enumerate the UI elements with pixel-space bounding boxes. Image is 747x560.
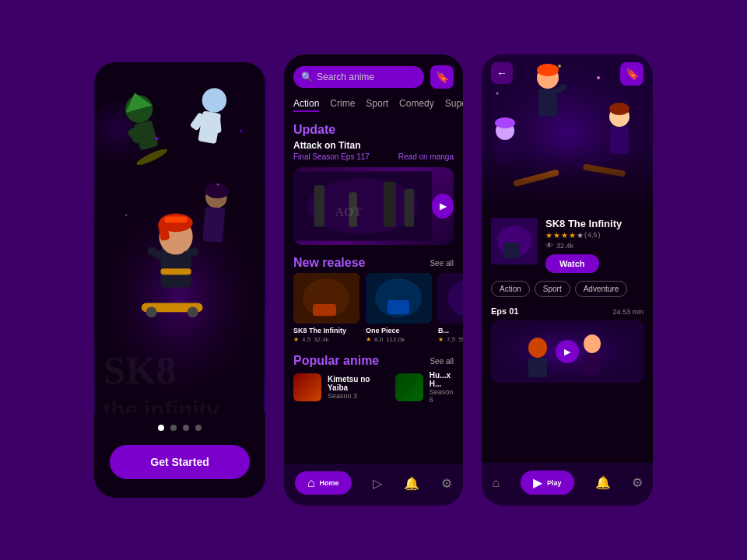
popular-card-2[interactable]: Hu...x H... Season 6 [395,371,454,404]
detail-content: SK8 The Infinity ★ ★ ★ ★ ★ ( 4,5 ) 👁 32.… [482,210,653,463]
read-manga-link[interactable]: Read on manga [398,152,454,161]
release-card-3[interactable]: B... ★ 7,5 55k [438,273,463,343]
svg-point-30 [125,215,127,216]
rating-value: ( [584,231,587,240]
episode-thumbnail[interactable]: ▶ [491,320,644,383]
popular-anime-row: Kimetsu no Yaiba Season 3 Hu...x H... Se… [284,371,463,404]
popular-label: Popular anime [293,354,379,368]
settings-icon-3: ⚙ [632,475,643,490]
views-2: 112,0k [386,336,405,343]
popular-card-1[interactable]: Kimetsu no Yaiba Season 3 [293,371,377,404]
svg-rect-69 [503,243,519,258]
tab-super[interactable]: Super [445,98,463,112]
release-meta-1: ★ 4,5 32.4k [293,336,359,343]
home-label: Home [320,479,339,487]
play-nav-active: ▶ Play [521,471,574,495]
back-button[interactable]: ← [491,62,513,84]
tag-action[interactable]: Action [491,281,530,297]
svg-rect-17 [160,268,191,275]
nav-settings-3[interactable]: ⚙ [632,475,643,490]
update-section-label: Update [284,118,463,140]
nav-play-3[interactable]: ▶ Play [521,471,574,495]
tab-crime[interactable]: Crime [330,98,355,112]
svg-point-28 [156,137,159,140]
nav-settings[interactable]: ⚙ [441,476,452,491]
search-bar[interactable]: 🔍 [293,66,424,88]
svg-point-74 [584,334,601,353]
hero-banner[interactable]: AOT ▶ [293,167,454,245]
star-5: ★ [577,231,584,240]
detail-nav-row: ← 🔖 [482,62,653,86]
release-thumb-1 [293,273,359,324]
dot-4[interactable] [195,425,202,431]
tab-sport[interactable]: Sport [366,98,388,112]
episode-label: Eps 01 [491,306,518,316]
search-input[interactable] [317,72,415,82]
see-all-releases[interactable]: See all [430,259,454,268]
nav-play[interactable]: ▷ [373,476,382,491]
dot-1[interactable] [158,425,164,431]
rating-1: 4,5 [302,336,310,343]
svg-rect-42 [313,304,336,316]
stars-row: ★ ★ ★ ★ ★ ( 4,5 ) [545,231,644,240]
views-count: 32.4k [556,242,573,250]
bell-icon-3: 🔔 [595,475,611,490]
pagination-dots [94,414,265,439]
star-icon-2: ★ [366,336,371,343]
play-label-3: Play [547,479,562,487]
release-card-2[interactable]: One Piece ★ 8,0 112,0k [366,273,432,343]
episode-play-button[interactable]: ▶ [556,340,579,363]
svg-rect-24 [202,207,225,243]
tab-action[interactable]: Action [293,98,319,112]
update-episode: Final Season Eps 117 [293,152,370,161]
release-title-1: SK8 The Infinity [293,327,359,334]
card3-artwork [438,273,463,324]
bottom-nav-3: ⌂ ▶ Play 🔔 ⚙ [482,463,653,506]
release-meta-3: ★ 7,5 55k [438,336,463,343]
star-2: ★ [553,231,560,240]
bookmark-button[interactable]: 🔖 [430,65,454,89]
star-3: ★ [561,231,568,240]
rating-2: 8,0 [374,336,383,343]
episode-section: Eps 01 24.53 min [482,303,653,387]
nav-bell-3[interactable]: 🔔 [595,475,611,490]
release-title-2: One Piece [366,327,432,334]
dot-3[interactable] [183,425,189,431]
episode-duration: 24.53 min [612,308,644,316]
svg-text:SK8: SK8 [103,348,177,392]
search-bar-area: 🔍 🔖 [284,54,463,95]
nav-home-3[interactable]: ⌂ [492,476,500,490]
phone-1: SK8 the infinity Get Started [94,62,265,498]
svg-rect-73 [528,358,547,377]
get-started-button[interactable]: Get Started [110,445,250,479]
dot-2[interactable] [170,425,177,431]
svg-point-22 [188,306,198,317]
views-row: 👁 32.4k [545,241,644,250]
detail-info: SK8 The Infinity ★ ★ ★ ★ ★ ( 4,5 ) 👁 32.… [482,210,653,281]
svg-text:AOT: AOT [335,205,362,219]
nav-notifications[interactable]: 🔔 [404,476,419,491]
views-1: 32.4k [314,336,329,343]
phone-3: ← 🔖 SK8 The Infinity ★ ★ ★ ★ [482,54,653,506]
svg-rect-37 [405,189,414,227]
detail-hero: ← 🔖 [482,54,653,210]
tab-comedy[interactable]: Comedy [399,98,434,112]
svg-rect-34 [314,185,324,226]
settings-icon: ⚙ [441,476,452,491]
svg-rect-36 [384,182,396,227]
release-thumb-2 [366,273,432,324]
play-icon: ▷ [373,476,382,491]
popular-header: Popular anime See all [284,349,463,371]
watch-button[interactable]: Watch [545,254,599,273]
tag-sport[interactable]: Sport [535,281,570,297]
nav-home[interactable]: ⌂ Home [295,471,352,495]
see-all-popular[interactable]: See all [430,357,454,366]
release-thumb-3 [438,273,463,324]
release-meta-2: ★ 8,0 112,0k [366,336,432,343]
svg-rect-16 [164,216,187,222]
tag-adventure[interactable]: Adventure [575,281,628,297]
release-card-1[interactable]: SK8 The Infinity ★ 4,5 32.4k [293,273,359,343]
svg-point-72 [528,338,547,358]
detail-bookmark[interactable]: 🔖 [620,62,644,86]
play-button[interactable]: ▶ [432,194,454,219]
